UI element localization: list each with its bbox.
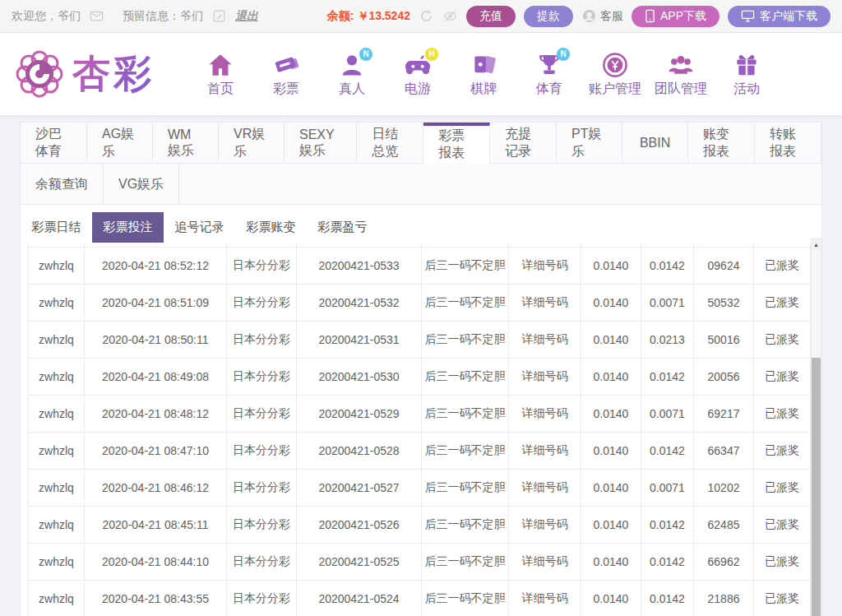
cell-username: zwhzlq bbox=[28, 581, 85, 616]
report-tab[interactable]: 日结总览 bbox=[357, 123, 423, 164]
nav-item-icon: H bbox=[404, 51, 432, 79]
eye-off-icon[interactable] bbox=[442, 8, 458, 24]
cell-username: zwhzlq bbox=[28, 433, 85, 470]
cell-bet-type: 后三一码不定胆 bbox=[422, 581, 509, 616]
lottery-subtab[interactable]: 彩票投注 bbox=[92, 212, 164, 243]
report-tab[interactable]: VG娱乐 bbox=[104, 164, 179, 205]
cell-issue-number: 20200421-0528 bbox=[297, 433, 422, 470]
cell-issue-number: 20200421-0526 bbox=[297, 507, 422, 544]
nav-item-icon bbox=[733, 51, 761, 79]
cell-odds: 0.0140 bbox=[581, 248, 641, 285]
report-tab[interactable]: 转账报表 bbox=[755, 123, 821, 164]
report-tab[interactable]: 充提记录 bbox=[490, 123, 557, 164]
site-header: 杏彩 首页 彩票 N 真人 H 电游 棋 bbox=[0, 33, 842, 115]
cell-draw-numbers: 21886 bbox=[694, 581, 754, 616]
main-area: 沙巴体育AG娱乐WM娱乐VR娱乐SEXY娱乐日结总览彩票报表充提记录PT娱乐BB… bbox=[0, 115, 842, 616]
nav-item[interactable]: 棋牌 bbox=[454, 48, 513, 101]
detail-numbers-link[interactable]: 详细号码 bbox=[509, 544, 581, 581]
lottery-subtab[interactable]: 彩票日结 bbox=[21, 212, 92, 243]
nav-item-icon bbox=[601, 51, 629, 79]
cell-game-name: 日本分分彩 bbox=[227, 285, 297, 322]
nav-item[interactable]: N 真人 bbox=[322, 48, 382, 101]
report-tab[interactable]: AG娱乐 bbox=[87, 123, 153, 164]
detail-numbers-link[interactable]: 详细号码 bbox=[509, 248, 581, 285]
balance-value: ￥13.5242 bbox=[357, 9, 410, 22]
balance: 余额:￥13.5242 bbox=[327, 9, 410, 24]
cell-amount: 0.0142 bbox=[641, 581, 694, 616]
detail-numbers-link[interactable]: 详细号码 bbox=[509, 359, 581, 396]
withdraw-button[interactable]: 提款 bbox=[524, 6, 573, 27]
detail-numbers-link[interactable]: 详细号码 bbox=[509, 285, 581, 322]
detail-numbers-link[interactable]: 详细号码 bbox=[509, 322, 581, 359]
site-logo[interactable]: 杏彩 bbox=[13, 48, 155, 100]
lottery-subtab[interactable]: 彩票盈亏 bbox=[307, 212, 378, 243]
cell-bet-time: 2020-04-21 08:52:12 bbox=[85, 248, 227, 285]
scrollbar-thumb[interactable] bbox=[812, 358, 821, 616]
cell-username: zwhzlq bbox=[28, 544, 85, 581]
nav-item-label: 彩票 bbox=[273, 81, 299, 98]
app-download-button[interactable]: APP下载 bbox=[632, 6, 719, 27]
table-row: zwhzlq 2020-04-21 08:50:11 日本分分彩 2020042… bbox=[28, 322, 821, 359]
report-tab[interactable]: SEXY娱乐 bbox=[285, 123, 357, 164]
cell-odds: 0.0140 bbox=[581, 433, 641, 470]
edit-icon[interactable] bbox=[211, 8, 227, 24]
table-scrollbar[interactable]: ▲ bbox=[811, 238, 821, 616]
logo-flower-icon bbox=[13, 48, 66, 100]
report-tab[interactable]: PT娱乐 bbox=[557, 123, 622, 164]
recharge-button[interactable]: 充值 bbox=[466, 6, 516, 27]
report-tab[interactable]: VR娱乐 bbox=[219, 123, 285, 164]
nav-item[interactable]: 彩票 bbox=[257, 48, 316, 101]
nav-item-label: 团队管理 bbox=[655, 81, 707, 98]
welcome-text: 欢迎您，爷们 bbox=[12, 9, 81, 24]
detail-numbers-link[interactable]: 详细号码 bbox=[509, 507, 581, 544]
nav-item[interactable]: 账户管理 bbox=[585, 48, 645, 101]
lottery-subtab[interactable]: 追号记录 bbox=[164, 212, 235, 243]
detail-numbers-link[interactable]: 详细号码 bbox=[509, 470, 581, 507]
nav-item-label: 首页 bbox=[207, 81, 234, 98]
detail-numbers-link[interactable]: 详细号码 bbox=[509, 396, 581, 433]
report-tab[interactable]: 余额查询 bbox=[21, 164, 104, 205]
reserved-info-text: 预留信息：爷们 bbox=[123, 9, 203, 24]
headset-avatar-icon bbox=[581, 8, 597, 24]
cell-status: 已派奖 bbox=[754, 581, 811, 616]
cell-amount: 0.0213 bbox=[641, 322, 694, 359]
cell-amount: 0.0071 bbox=[641, 285, 694, 322]
report-tab[interactable]: 沙巴体育 bbox=[21, 123, 87, 164]
refresh-icon[interactable] bbox=[419, 8, 434, 24]
mail-icon[interactable] bbox=[89, 8, 104, 24]
nav-item[interactable]: H 电游 bbox=[388, 48, 447, 101]
cell-bet-time: 2020-04-21 08:46:12 bbox=[85, 470, 227, 507]
scrollbar-up-arrow[interactable]: ▲ bbox=[812, 239, 821, 250]
nav-item[interactable]: N 体育 bbox=[520, 48, 579, 101]
logout-link[interactable]: 退出 bbox=[235, 9, 258, 24]
report-tab[interactable]: WM娱乐 bbox=[153, 123, 219, 164]
nav-item-label: 账户管理 bbox=[589, 81, 641, 98]
cell-odds: 0.0140 bbox=[581, 581, 641, 616]
cell-status: 已派奖 bbox=[754, 396, 811, 433]
cell-draw-numbers: 20056 bbox=[694, 359, 754, 396]
cell-game-name: 日本分分彩 bbox=[227, 544, 297, 581]
cell-status: 已派奖 bbox=[754, 359, 811, 396]
cell-draw-numbers: 62485 bbox=[694, 507, 754, 544]
report-tab[interactable]: BBIN bbox=[622, 123, 688, 164]
nav-item[interactable]: 首页 bbox=[191, 48, 250, 101]
nav-item[interactable]: 团队管理 bbox=[651, 48, 710, 101]
customer-service[interactable]: 客服 bbox=[581, 8, 623, 24]
nav-item[interactable]: 活动 bbox=[717, 48, 776, 101]
report-tab[interactable]: 账变报表 bbox=[688, 123, 755, 164]
lottery-subtab[interactable]: 彩票账变 bbox=[235, 212, 307, 243]
detail-numbers-link[interactable]: 详细号码 bbox=[509, 581, 581, 616]
monitor-icon bbox=[741, 10, 755, 22]
nav-item-icon: N bbox=[535, 51, 563, 79]
cell-game-name: 日本分分彩 bbox=[227, 470, 297, 507]
cell-username: zwhzlq bbox=[28, 470, 85, 507]
cell-username: zwhzlq bbox=[28, 248, 85, 285]
report-tab[interactable]: 彩票报表 bbox=[423, 123, 490, 164]
cell-odds: 0.0140 bbox=[581, 285, 641, 322]
cell-odds: 0.0140 bbox=[581, 322, 641, 359]
nav-item-icon: N bbox=[338, 51, 366, 79]
content-panel: 彩票日结彩票投注追号记录彩票账变彩票盈亏 zwhzlq 2020-04-21 0… bbox=[20, 205, 822, 616]
cell-game-name: 日本分分彩 bbox=[227, 433, 297, 470]
detail-numbers-link[interactable]: 详细号码 bbox=[509, 433, 581, 470]
client-download-button[interactable]: 客户端下载 bbox=[728, 6, 830, 27]
